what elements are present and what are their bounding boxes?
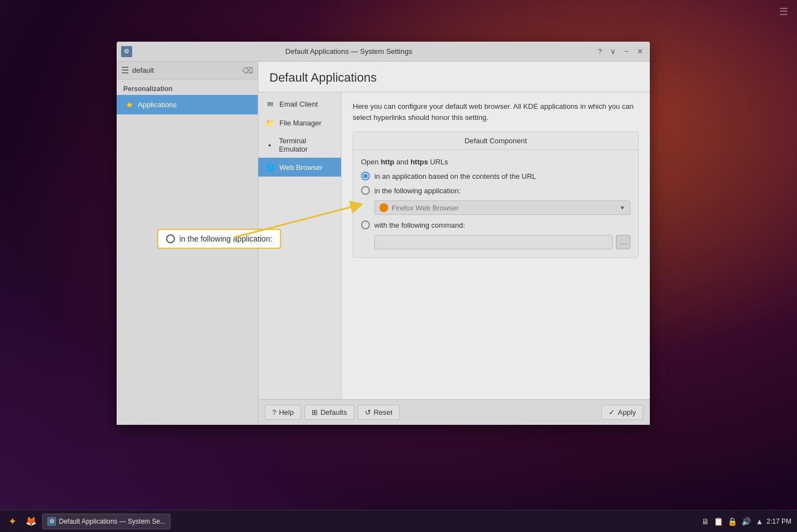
sidebar-menu-icon[interactable]: ☰ — [121, 65, 129, 76]
email-client-icon: ✉ — [265, 99, 275, 109]
window-titlebar: ⚙ Default Applications — System Settings… — [117, 42, 650, 62]
main-inner: ✉ Email Client 📁 File Manager ▪ Terminal… — [258, 92, 650, 399]
network-icon[interactable]: 🖥 — [701, 517, 709, 526]
close-button[interactable]: ✕ — [634, 46, 645, 57]
taskbar-app-icon: ⚙ — [47, 517, 56, 526]
sidebar: ☰ ⌫ Personalization ★ Applications — [117, 62, 258, 425]
radio-following-app[interactable]: in the following application: — [361, 186, 630, 195]
web-browser-icon: 🌐 — [265, 162, 275, 172]
sidebar-item-applications[interactable]: ★ Applications — [117, 95, 258, 114]
window-app-icon: ⚙ — [121, 46, 132, 57]
category-terminal-emulator[interactable]: ▪ Terminal Emulator — [258, 132, 341, 158]
main-content: Default Applications ✉ Email Client 📁 Fi… — [258, 62, 650, 425]
system-settings-window: ⚙ Default Applications — System Settings… — [117, 42, 650, 425]
category-label: Terminal Emulator — [279, 137, 334, 153]
settings-panel: Here you can configure your default web … — [342, 92, 650, 399]
minimize-to-tray-button[interactable]: ∨ — [608, 46, 619, 57]
component-header: Default Component — [353, 132, 638, 150]
radio-label-following-app: in the following application: — [374, 187, 460, 195]
taskbar-app-button[interactable]: ⚙ Default Applications — System Se... — [42, 514, 171, 529]
sidebar-clear-icon[interactable]: ⌫ — [242, 66, 253, 75]
defaults-button[interactable]: ⊞ Defaults — [304, 405, 354, 420]
minimize-button[interactable]: − — [621, 46, 632, 57]
open-urls-label: Open http and https URLs — [361, 158, 630, 166]
radio-label-following-cmd: with the following command: — [374, 221, 465, 229]
reset-icon: ↺ — [365, 408, 371, 416]
radio-following-cmd[interactable]: with the following command: — [361, 220, 630, 229]
sidebar-item-label: Applications — [138, 101, 177, 109]
apply-button[interactable]: ✓ Apply — [601, 405, 643, 420]
component-body: Open http and https URLs in an applicati… — [353, 150, 638, 257]
file-manager-icon: 📁 — [265, 118, 275, 128]
taskbar-right: 🖥 📋 🔒 🔊 ▲ 2:17 PM — [696, 517, 797, 526]
volume-icon[interactable]: 🔊 — [741, 517, 751, 526]
category-email-client[interactable]: ✉ Email Client — [258, 94, 341, 113]
help-icon: ? — [272, 408, 276, 416]
taskbar-firefox-icon[interactable]: 🦊 — [23, 514, 39, 529]
help-button[interactable]: ? Help — [265, 405, 301, 420]
arrow-up-icon[interactable]: ▲ — [755, 517, 763, 526]
window-controls: ? ∨ − ✕ — [594, 46, 645, 57]
taskbar-start-icon[interactable]: ✦ — [4, 514, 20, 529]
category-file-manager[interactable]: 📁 File Manager — [258, 113, 341, 132]
desktop-menu-icon[interactable]: ☰ — [779, 6, 788, 18]
category-list: ✉ Email Client 📁 File Manager ▪ Terminal… — [258, 92, 342, 399]
terminal-icon: ▪ — [265, 140, 274, 150]
radio-app-based[interactable]: in an application based on the contents … — [361, 172, 630, 180]
reset-button[interactable]: ↺ Reset — [358, 405, 400, 420]
radio-input-following-cmd[interactable] — [361, 220, 370, 229]
firefox-icon — [379, 203, 388, 212]
component-box: Default Component Open http and https UR… — [353, 132, 639, 258]
dropdown-arrow-icon: ▼ — [619, 204, 625, 211]
radio-input-following-app[interactable] — [361, 186, 370, 195]
category-label: Web Browser — [279, 163, 323, 172]
settings-description: Here you can configure your default web … — [353, 101, 639, 123]
browse-button[interactable]: … — [616, 235, 630, 249]
category-web-browser[interactable]: 🌐 Web Browser — [258, 158, 341, 177]
sidebar-search-bar: ☰ ⌫ — [117, 62, 258, 79]
window-body: ☰ ⌫ Personalization ★ Applications Defau… — [117, 62, 650, 425]
taskbar-system-icons: 🖥 📋 🔒 🔊 ▲ — [701, 517, 763, 526]
command-row: … — [374, 235, 630, 249]
sidebar-section-label: Personalization — [117, 79, 258, 95]
window-title: Default Applications — System Settings — [137, 47, 561, 56]
command-input[interactable] — [374, 235, 613, 249]
apply-icon: ✓ — [609, 408, 615, 416]
radio-input-app-based[interactable] — [361, 172, 370, 180]
taskbar: ✦ 🦊 ⚙ Default Applications — System Se..… — [0, 510, 797, 532]
applications-icon: ★ — [126, 99, 133, 110]
page-title: Default Applications — [269, 71, 639, 85]
radio-label-app-based: in an application based on the contents … — [374, 172, 536, 180]
taskbar-left: ✦ 🦊 ⚙ Default Applications — System Se..… — [0, 514, 175, 529]
app-dropdown[interactable]: Firefox Web Browser ▼ — [374, 200, 630, 215]
clipboard-icon[interactable]: 📋 — [714, 517, 723, 526]
window-bottombar: ? Help ⊞ Defaults ↺ Reset ✓ Apply — [258, 399, 650, 425]
category-label: Email Client — [279, 100, 318, 108]
help-button[interactable]: ? — [594, 46, 605, 57]
taskbar-app-label: Default Applications — System Se... — [59, 518, 166, 525]
sidebar-search-input[interactable] — [132, 66, 239, 74]
category-label: File Manager — [279, 119, 322, 127]
taskbar-time: 2:17 PM — [766, 518, 791, 525]
app-dropdown-value: Firefox Web Browser — [392, 204, 459, 212]
main-header: Default Applications — [258, 62, 650, 92]
lock-icon[interactable]: 🔒 — [728, 517, 737, 526]
defaults-icon: ⊞ — [312, 408, 318, 416]
